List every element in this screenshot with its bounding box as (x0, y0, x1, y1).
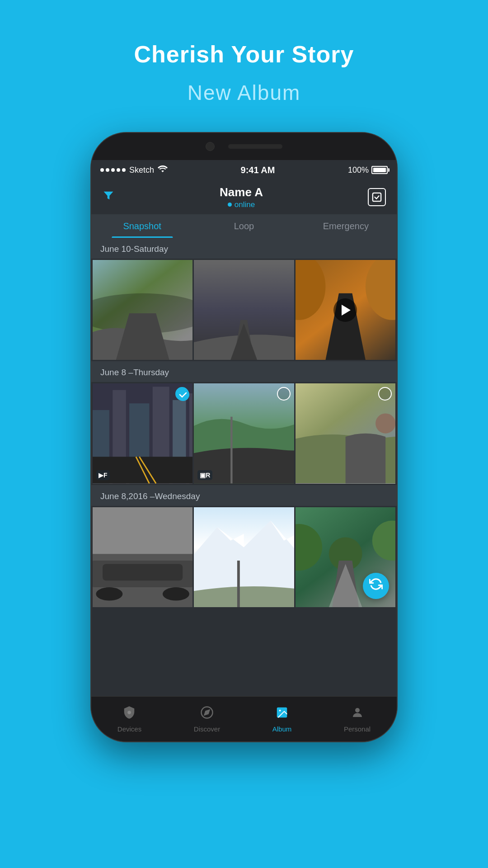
photo-cell[interactable] (93, 507, 192, 607)
nav-discover-label: Discover (194, 725, 220, 733)
photo-cell[interactable]: ▣R (194, 383, 294, 483)
filter-icon[interactable] (102, 189, 115, 205)
date-section-1: June 10-Saturday (91, 238, 397, 259)
phone-speaker (228, 144, 282, 149)
dot-4 (117, 168, 120, 172)
photo-cell[interactable] (296, 383, 395, 483)
content-area[interactable]: June 10-Saturday (91, 238, 397, 696)
svg-point-22 (375, 414, 395, 434)
carrier-label: Sketch (129, 165, 154, 175)
svg-point-35 (128, 711, 131, 714)
photo-cell[interactable] (296, 260, 395, 360)
phone-shell: Sketch 9:41 AM 100% (90, 132, 398, 742)
nav-discover[interactable]: Discover (194, 706, 220, 733)
play-button[interactable] (333, 298, 357, 322)
svg-rect-26 (103, 564, 183, 580)
phone-screen: Sketch 9:41 AM 100% (91, 160, 397, 696)
battery-fill (373, 168, 386, 172)
svg-rect-24 (93, 507, 192, 554)
svg-rect-0 (373, 193, 381, 201)
photo-cell[interactable] (296, 507, 395, 607)
status-right: 100% (348, 165, 388, 175)
dot-5 (122, 168, 126, 172)
svg-marker-37 (205, 710, 210, 715)
photo-grid-3 (91, 506, 397, 609)
dot-1 (100, 168, 104, 172)
status-left: Sketch (100, 165, 168, 175)
photo-grid-2: ▶F ▣R (91, 382, 397, 485)
devices-icon (122, 706, 136, 722)
app-header: Name A online (91, 180, 397, 214)
page-title: Cherish Your Story (134, 41, 354, 68)
svg-point-28 (163, 587, 189, 601)
refresh-icon (369, 577, 383, 594)
photo-cell[interactable] (93, 260, 192, 360)
dot-3 (111, 168, 115, 172)
profile-name: Name A (220, 185, 263, 199)
phone-top-bar (91, 133, 397, 160)
wifi-icon (158, 165, 168, 175)
photo-cell[interactable]: ▶F (93, 383, 192, 483)
svg-point-18 (177, 388, 189, 401)
page-header: Cherish Your Story New Album (134, 0, 354, 105)
battery-percentage: 100% (348, 165, 369, 175)
date-section-3: June 8,2016 –Wednesday (91, 485, 397, 506)
badge-r: ▣R (197, 470, 212, 480)
tab-bar: Snapshot Loop Emergency (91, 214, 397, 238)
svg-point-39 (279, 709, 281, 711)
refresh-button[interactable] (363, 573, 389, 599)
discover-icon (200, 706, 214, 722)
personal-icon (351, 706, 364, 722)
tab-loop[interactable]: Loop (193, 214, 295, 238)
nav-personal-label: Personal (344, 725, 371, 733)
phone-camera (206, 142, 215, 151)
select-circle[interactable] (175, 387, 189, 401)
badge-f: ▶F (96, 470, 110, 480)
svg-point-27 (96, 587, 122, 601)
photo-cell[interactable] (194, 507, 294, 607)
header-center: Name A online (220, 185, 263, 209)
svg-point-40 (355, 708, 360, 712)
nav-album[interactable]: Album (272, 706, 292, 733)
nav-album-label: Album (272, 725, 292, 733)
check-button[interactable] (368, 188, 386, 206)
album-icon (275, 706, 289, 722)
online-indicator (228, 203, 232, 207)
page-subtitle: New Album (134, 80, 354, 105)
header-status: online (220, 200, 263, 209)
svg-rect-30 (237, 561, 240, 607)
photo-grid-1 (91, 259, 397, 361)
dot-2 (106, 168, 109, 172)
play-triangle-icon (342, 305, 351, 316)
nav-personal[interactable]: Personal (344, 706, 371, 733)
status-bar: Sketch 9:41 AM 100% (91, 160, 397, 180)
nav-devices[interactable]: Devices (117, 706, 141, 733)
date-section-2: June 8 –Thursday (91, 361, 397, 382)
select-circle[interactable] (277, 387, 291, 401)
tab-snapshot[interactable]: Snapshot (91, 214, 193, 238)
online-label: online (235, 200, 255, 209)
signal-dots (100, 168, 126, 172)
nav-devices-label: Devices (117, 725, 141, 733)
bottom-nav: Devices Discover Album Personal (91, 696, 397, 741)
tab-emergency[interactable]: Emergency (295, 214, 397, 238)
status-time: 9:41 AM (241, 165, 275, 175)
battery-icon (371, 166, 388, 174)
photo-cell[interactable] (194, 260, 294, 360)
svg-rect-20 (230, 417, 232, 484)
